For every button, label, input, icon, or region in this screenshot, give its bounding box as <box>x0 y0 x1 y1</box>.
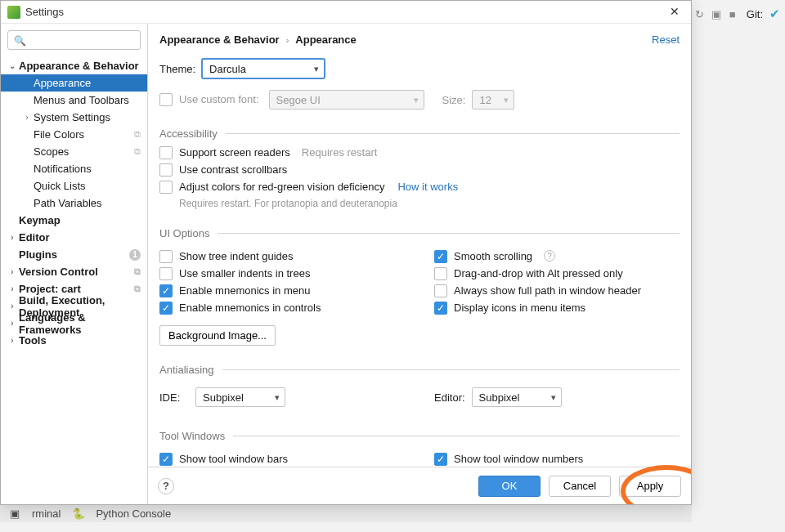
show-tool-window-numbers-checkbox[interactable] <box>434 453 447 466</box>
tree-item-scopes[interactable]: Scopes⧉ <box>1 143 147 160</box>
font-size-combo: 12 <box>472 90 514 110</box>
editor-aa-combo[interactable]: Subpixel <box>472 387 562 407</box>
dialog-title: Settings <box>25 6 670 18</box>
editor-aa-value: Subpixel <box>479 391 520 404</box>
chevron-right-icon[interactable]: › <box>22 113 32 122</box>
section-antialiasing: Antialiasing IDE: Subpixel Editor: Subpi… <box>159 364 680 412</box>
terminal-icon: ▣ <box>8 507 20 520</box>
checkbox[interactable] <box>434 284 447 297</box>
section-accessibility: Accessibility Support screen readers Req… <box>159 127 680 209</box>
ide-aa-combo[interactable]: Subpixel <box>195 387 285 407</box>
section-ui-options: UI Options Show tree indent guidesUse sm… <box>159 227 680 346</box>
search-input[interactable] <box>7 30 141 50</box>
theme-combo[interactable]: Darcula <box>202 59 325 78</box>
settings-tree[interactable]: ⌄Appearance & BehaviorAppearanceMenus an… <box>1 56 147 504</box>
checkbox[interactable] <box>159 267 173 280</box>
help-icon[interactable]: ? <box>544 250 555 262</box>
use-custom-font-checkbox[interactable] <box>159 93 173 106</box>
tree-item-notifications[interactable]: Notifications <box>1 160 147 177</box>
tree-item-label: Appearance <box>34 77 141 89</box>
checkbox-label[interactable]: Enable mnemonics in controls <box>179 302 321 315</box>
build-icon[interactable]: ▣ <box>711 8 722 20</box>
stop-icon[interactable]: ■ <box>727 8 738 20</box>
project-scope-icon: ⧉ <box>134 129 141 140</box>
screen-readers-checkbox[interactable] <box>159 146 173 159</box>
tool-windows-title: Tool Windows <box>159 430 225 442</box>
close-icon[interactable] <box>670 5 684 20</box>
tree-item-menus-and-toolbars[interactable]: Menus and Toolbars <box>1 92 147 109</box>
checkbox[interactable] <box>159 284 173 297</box>
show-tool-window-numbers-label[interactable]: Show tool window numbers <box>454 453 583 466</box>
tree-item-editor[interactable]: ›Editor <box>1 229 147 246</box>
tree-item-label: Version Control <box>19 266 131 278</box>
use-custom-font-label[interactable]: Use custom font: <box>179 93 259 106</box>
editor-aa-label: Editor: <box>434 391 465 404</box>
dialog-titlebar: Settings <box>1 1 691 24</box>
chevron-right-icon[interactable]: › <box>7 319 17 328</box>
sync-icon[interactable]: ↻ <box>694 8 706 20</box>
tree-item-system-settings[interactable]: ›System Settings <box>1 109 147 126</box>
color-deficiency-label[interactable]: Adjust colors for red-green vision defic… <box>179 181 384 194</box>
contrast-scrollbars-checkbox[interactable] <box>159 163 173 177</box>
search-input-wrap: 🔍 <box>7 30 141 50</box>
checkbox[interactable] <box>434 250 447 263</box>
screen-readers-label[interactable]: Support screen readers <box>179 146 290 159</box>
breadcrumb-root[interactable]: Appearance & Behavior <box>159 34 280 46</box>
ide-aa-label: IDE: <box>159 391 189 404</box>
ide-bottom-tabs: ▣ rminal 🐍 Python Console <box>0 504 692 522</box>
chevron-right-icon[interactable]: › <box>7 233 17 242</box>
checkbox-label[interactable]: Use smaller indents in trees <box>179 267 310 280</box>
git-commit-icon[interactable]: ✔ <box>769 7 780 21</box>
checkbox-label[interactable]: Display icons in menu items <box>454 302 585 315</box>
ui-option-row: Enable mnemonics in controls <box>159 302 405 315</box>
screen-readers-hint: Requires restart <box>302 146 377 159</box>
checkbox-label[interactable]: Drag-and-drop with Alt pressed only <box>454 267 623 280</box>
cancel-button[interactable]: Cancel <box>549 476 611 497</box>
tree-item-appearance[interactable]: Appearance <box>1 74 147 92</box>
tree-item-label: System Settings <box>34 111 141 123</box>
section-tool-windows: Tool Windows Show tool window bars Show … <box>159 430 680 467</box>
ui-options-title: UI Options <box>159 227 209 239</box>
settings-dialog: Settings 🔍 ⌄Appearance & BehaviorAppeara… <box>0 0 692 505</box>
checkbox-label[interactable]: Always show full path in window header <box>454 284 641 297</box>
tree-item-label: Scopes <box>34 145 131 158</box>
chevron-right-icon[interactable]: › <box>7 267 17 276</box>
tree-item-version-control[interactable]: ›Version Control⧉ <box>1 263 147 280</box>
show-tool-window-bars-label[interactable]: Show tool window bars <box>179 453 288 466</box>
tree-item-keymap[interactable]: Keymap <box>1 212 147 229</box>
tree-item-appearance-behavior[interactable]: ⌄Appearance & Behavior <box>1 57 147 74</box>
settings-sidebar: 🔍 ⌄Appearance & BehaviorAppearanceMenus … <box>1 24 148 504</box>
checkbox-label[interactable]: Enable mnemonics in menu <box>179 284 310 297</box>
color-deficiency-link[interactable]: How it works <box>397 181 458 193</box>
tree-item-file-colors[interactable]: File Colors⧉ <box>1 126 147 143</box>
app-icon <box>7 6 20 19</box>
help-button[interactable]: ? <box>158 478 174 494</box>
color-deficiency-checkbox[interactable] <box>159 181 173 194</box>
chevron-down-icon[interactable]: ⌄ <box>7 61 17 70</box>
checkbox[interactable] <box>159 302 173 315</box>
terminal-tab[interactable]: rminal <box>32 507 61 520</box>
python-console-tab[interactable]: Python Console <box>96 507 171 520</box>
checkbox[interactable] <box>434 302 447 315</box>
checkbox-label[interactable]: Smooth scrolling <box>454 250 532 263</box>
tree-item-languages-frameworks[interactable]: ›Languages & Frameworks <box>1 315 147 332</box>
chevron-right-icon[interactable]: › <box>7 284 17 293</box>
chevron-right-icon[interactable]: › <box>7 336 17 345</box>
ok-button[interactable]: OK <box>478 476 541 497</box>
show-tool-window-bars-checkbox[interactable] <box>159 453 173 466</box>
tree-item-path-variables[interactable]: Path Variables <box>1 194 147 212</box>
checkbox[interactable] <box>434 267 447 280</box>
color-deficiency-sub: Requires restart. For protanopia and deu… <box>179 198 680 209</box>
background-image-button[interactable]: Background Image... <box>159 325 276 346</box>
chevron-right-icon[interactable]: › <box>7 302 17 311</box>
font-size-value: 12 <box>479 94 491 106</box>
reset-link[interactable]: Reset <box>652 34 680 46</box>
tree-item-quick-lists[interactable]: Quick Lists <box>1 177 147 194</box>
checkbox[interactable] <box>159 250 173 263</box>
contrast-scrollbars-label[interactable]: Use contrast scrollbars <box>179 163 287 177</box>
theme-value: Darcula <box>209 63 246 75</box>
apply-button[interactable]: Apply <box>619 476 681 497</box>
tree-item-tools[interactable]: ›Tools <box>1 332 147 349</box>
tree-item-plugins[interactable]: Plugins1 <box>1 246 147 263</box>
checkbox-label[interactable]: Show tree indent guides <box>179 250 293 263</box>
